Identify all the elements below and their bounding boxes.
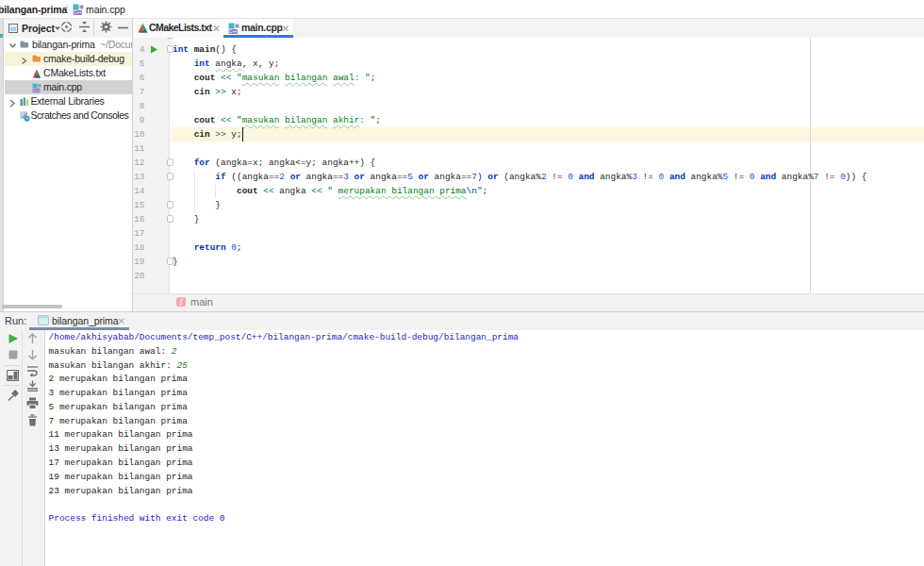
svg-text:C++: C++	[74, 10, 82, 15]
svg-text:C++: C++	[229, 29, 238, 34]
svg-text:C++: C++	[33, 88, 41, 92]
